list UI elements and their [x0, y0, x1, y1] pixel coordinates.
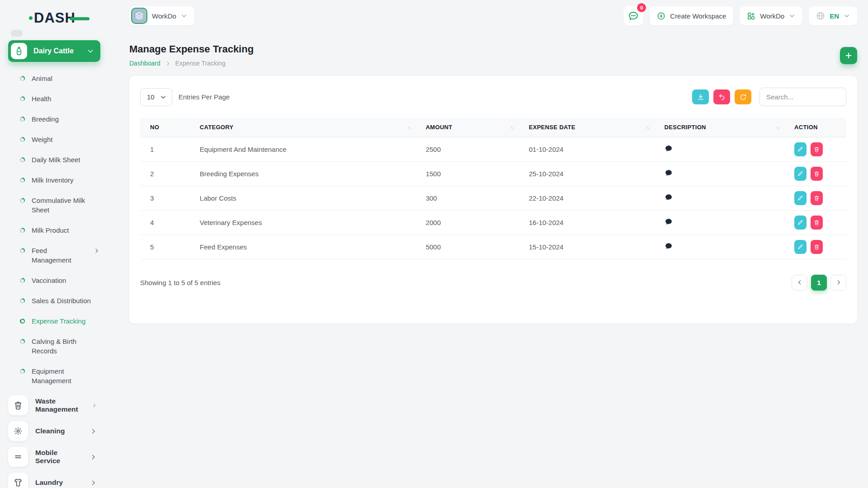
export-button[interactable]: [692, 89, 709, 104]
edit-button[interactable]: [794, 240, 807, 254]
cell-action: [790, 210, 846, 235]
trash-icon: [814, 220, 820, 225]
sidebar-item-health[interactable]: Health: [8, 89, 100, 109]
sidebar-item-milk-inventory[interactable]: Milk Inventory: [8, 170, 100, 190]
sidebar-module-laundry[interactable]: Laundry: [8, 473, 100, 488]
description-comment-icon[interactable]: [665, 145, 673, 153]
topbar-actions: 0 Create Workspace WorkDo EN: [623, 6, 857, 26]
pencil-icon: [797, 244, 803, 250]
add-expense-button[interactable]: [840, 47, 857, 64]
pencil-icon: [797, 220, 803, 225]
delete-button[interactable]: [811, 191, 823, 205]
bullet-icon: [20, 319, 25, 324]
col-description[interactable]: DESCRIPTION↑↓: [660, 118, 790, 137]
cell-amount: 2000: [421, 210, 524, 235]
delete-button[interactable]: [811, 142, 823, 156]
sidebar-item-expense-tracking[interactable]: Expense Tracking: [8, 311, 100, 331]
sidebar-item-breeding[interactable]: Breeding: [8, 109, 100, 129]
edit-button[interactable]: [794, 142, 807, 156]
sidebar-module-cleaning[interactable]: Cleaning: [8, 421, 100, 441]
search-input[interactable]: [760, 88, 846, 106]
col-expense-date[interactable]: EXPENSE DATE↑↓: [524, 118, 660, 137]
sidebar-item-weight[interactable]: Weight: [8, 129, 100, 150]
breadcrumb-dashboard-link[interactable]: Dashboard: [129, 60, 160, 67]
scrolled-item-remnant: [11, 30, 23, 37]
cell-description: [660, 137, 790, 161]
sort-icon[interactable]: ↑↓: [776, 125, 785, 130]
sidebar-modules: Waste Management Cleaning Mobile Service: [8, 395, 100, 488]
cell-category: Veterinary Expenses: [195, 210, 421, 235]
col-amount[interactable]: AMOUNT↑↓: [421, 118, 524, 137]
cleaning-icon: [8, 421, 28, 441]
messages-button[interactable]: 0: [623, 6, 643, 26]
bullet-icon: [20, 96, 25, 101]
bullet-icon: [20, 339, 25, 344]
table-row: 2 Breeding Expenses 1500 25-10-2024: [140, 161, 846, 186]
logo-dot: [29, 16, 33, 20]
description-comment-icon[interactable]: [665, 242, 673, 250]
delete-button[interactable]: [811, 167, 823, 181]
pagination: 1: [792, 275, 846, 291]
brand-logo[interactable]: DASH: [29, 9, 100, 27]
cell-amount: 1500: [421, 161, 524, 186]
page-title: Manage Expense Tracking: [129, 43, 254, 55]
col-no: NO: [140, 118, 195, 137]
col-category[interactable]: CATEGORY↑↓: [195, 118, 421, 137]
description-comment-icon[interactable]: [665, 193, 673, 202]
description-comment-icon[interactable]: [665, 218, 673, 226]
sidebar-item-vaccination[interactable]: Vaccination: [8, 270, 100, 291]
cell-description: [660, 210, 790, 235]
undo-button[interactable]: [713, 89, 730, 104]
language-selector[interactable]: EN: [809, 6, 857, 25]
chevron-down-icon: [160, 94, 166, 100]
edit-button[interactable]: [794, 191, 807, 205]
sidebar-item-milk-product[interactable]: Milk Product: [8, 220, 100, 240]
cell-no: 4: [140, 210, 195, 235]
workdo-account-menu[interactable]: WorkDo: [740, 6, 802, 25]
entries-per-page-select[interactable]: 10: [140, 88, 172, 106]
delete-button[interactable]: [811, 216, 823, 230]
prev-page-button[interactable]: [792, 275, 807, 291]
description-comment-icon[interactable]: [665, 169, 673, 177]
sidebar-item-commulative-milk-sheet[interactable]: Commulative Milk Sheet: [8, 190, 100, 220]
cell-expense-date: 01-10-2024: [524, 137, 660, 161]
showing-entries-text: Showing 1 to 5 of 5 entries: [140, 279, 221, 286]
download-icon: [697, 94, 704, 101]
sidebar-item-animal[interactable]: Animal: [8, 68, 100, 89]
workspace-switcher[interactable]: WorkDo: [129, 6, 194, 25]
page-1-button[interactable]: 1: [811, 275, 827, 291]
sidebar-module-waste-management[interactable]: Waste Management: [8, 395, 100, 415]
milk-bottle-icon: [11, 43, 27, 59]
cell-no: 1: [140, 137, 195, 161]
bullet-icon: [20, 198, 25, 203]
col-action: ACTION: [790, 118, 846, 137]
trash-icon: [814, 171, 820, 177]
sidebar-item-daily-milk-sheet[interactable]: Daily Milk Sheet: [8, 150, 100, 170]
next-page-button[interactable]: [830, 275, 846, 291]
refresh-button[interactable]: [735, 89, 751, 104]
edit-button[interactable]: [794, 167, 807, 181]
sidebar-item-calving-birth-records[interactable]: Calving & Birth Records: [8, 331, 100, 361]
page-head: Manage Expense Tracking Dashboard Expens…: [129, 43, 857, 67]
circle-plus-icon: [657, 12, 665, 20]
create-workspace-button[interactable]: Create Workspace: [650, 6, 733, 25]
edit-button[interactable]: [794, 216, 807, 230]
mobile-service-icon: [8, 447, 28, 467]
chevron-down-icon: [844, 13, 850, 19]
cell-action: [790, 186, 846, 210]
cell-expense-date: 22-10-2024: [524, 186, 660, 210]
sidebar-item-feed-management[interactable]: Feed Management: [8, 240, 100, 270]
cell-category: Labor Costs: [195, 186, 421, 210]
sidebar-item-equipment-management[interactable]: Equipment Management: [8, 361, 100, 391]
cell-description: [660, 235, 790, 259]
chevron-right-icon: [90, 454, 97, 460]
cell-no: 2: [140, 161, 195, 186]
sidebar-module-mobile-service[interactable]: Mobile Service: [8, 447, 100, 467]
sort-icon[interactable]: ↑↓: [646, 125, 656, 130]
sort-icon[interactable]: ↑↓: [407, 125, 417, 130]
delete-button[interactable]: [811, 240, 823, 254]
chevron-down-icon: [789, 13, 795, 19]
sidebar-item-sales-distribution[interactable]: Sales & Distribution: [8, 291, 100, 311]
sort-icon[interactable]: ↑↓: [510, 125, 520, 130]
sidebar-module-dairy-cattle[interactable]: Dairy Cattle: [8, 40, 100, 62]
